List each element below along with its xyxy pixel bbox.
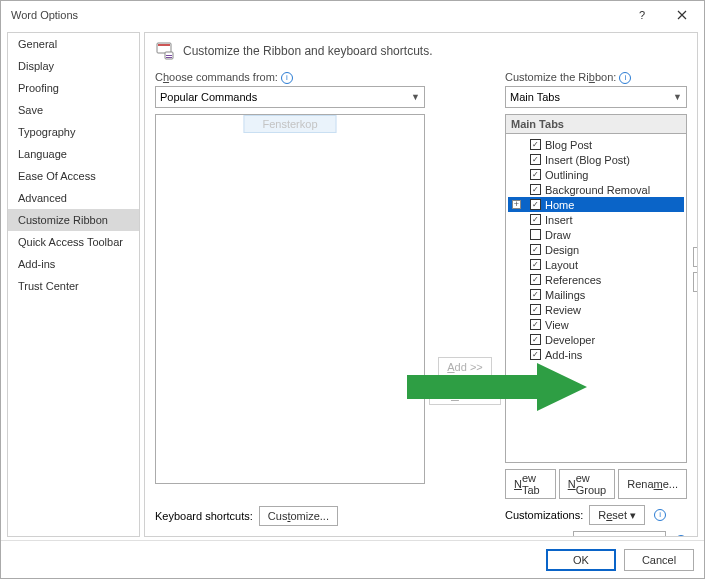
customize-ribbon-combo[interactable]: Main Tabs▼ — [505, 86, 687, 108]
tab-item[interactable]: +✓Home — [508, 197, 684, 212]
tab-item-label: Review — [545, 304, 581, 316]
customize-shortcuts-button[interactable]: Customize... — [259, 506, 338, 526]
tab-item[interactable]: ✓Add-ins — [508, 347, 684, 362]
ghost-hint: Fensterkop — [243, 115, 336, 133]
tab-item-label: Blog Post — [545, 139, 592, 151]
checkbox[interactable]: ✓ — [530, 199, 541, 210]
sidebar-item-proofing[interactable]: Proofing — [8, 77, 139, 99]
tab-item[interactable]: Draw — [508, 227, 684, 242]
dialog-footer: OK Cancel — [1, 540, 704, 578]
chevron-down-icon: ▼ — [411, 92, 420, 102]
info-icon[interactable]: i — [281, 72, 293, 84]
window-title: Word Options — [11, 9, 622, 21]
checkbox[interactable]: ✓ — [530, 139, 541, 150]
tab-item[interactable]: ✓Blog Post — [508, 137, 684, 152]
checkbox[interactable]: ✓ — [530, 244, 541, 255]
sidebar-item-advanced[interactable]: Advanced — [8, 187, 139, 209]
checkbox[interactable]: ✓ — [530, 214, 541, 225]
sidebar-item-customize-ribbon[interactable]: Customize Ribbon — [8, 209, 139, 231]
sidebar-item-add-ins[interactable]: Add-ins — [8, 253, 139, 275]
sidebar-item-display[interactable]: Display — [8, 55, 139, 77]
sidebar-item-typography[interactable]: Typography — [8, 121, 139, 143]
tab-item-label: Layout — [545, 259, 578, 271]
info-icon[interactable]: i — [675, 535, 687, 537]
tab-item[interactable]: ✓Background Removal — [508, 182, 684, 197]
checkbox[interactable]: ✓ — [530, 169, 541, 180]
category-sidebar: GeneralDisplayProofingSaveTypographyLang… — [7, 32, 140, 537]
checkbox[interactable]: ✓ — [530, 274, 541, 285]
keyboard-shortcuts-label: Keyboard shortcuts: — [155, 510, 253, 522]
reset-button[interactable]: Reset ▾ — [589, 505, 645, 525]
ribbon-icon — [155, 41, 175, 61]
move-up-button[interactable]: ▲ — [693, 247, 698, 267]
sidebar-item-quick-access-toolbar[interactable]: Quick Access Toolbar — [8, 231, 139, 253]
tab-item[interactable]: ✓Developer — [508, 332, 684, 347]
checkbox[interactable] — [530, 229, 541, 240]
tab-item-label: Mailings — [545, 289, 585, 301]
chevron-down-icon: ▼ — [673, 92, 682, 102]
info-icon[interactable]: i — [654, 509, 666, 521]
sidebar-item-general[interactable]: General — [8, 33, 139, 55]
help-button[interactable]: ? — [622, 2, 662, 28]
tab-item-label: Insert (Blog Post) — [545, 154, 630, 166]
expand-icon[interactable]: + — [512, 200, 521, 209]
checkbox[interactable]: ✓ — [530, 304, 541, 315]
tab-item-label: Outlining — [545, 169, 588, 181]
word-options-dialog: Word Options ? GeneralDisplayProofingSav… — [0, 0, 705, 579]
tab-item[interactable]: ✓View — [508, 317, 684, 332]
tab-item-label: Draw — [545, 229, 571, 241]
tab-item[interactable]: ✓Insert (Blog Post) — [508, 152, 684, 167]
ok-button[interactable]: OK — [546, 549, 616, 571]
tab-item[interactable]: ✓References — [508, 272, 684, 287]
new-tab-button[interactable]: New Tab — [505, 469, 556, 499]
tab-item-label: Background Removal — [545, 184, 650, 196]
tab-item[interactable]: ✓Layout — [508, 257, 684, 272]
commands-listbox[interactable]: Fensterkop — [155, 114, 425, 484]
customizations-label: Customizations: — [505, 509, 583, 521]
tab-item-label: References — [545, 274, 601, 286]
svg-rect-1 — [158, 44, 170, 46]
tab-item-label: Design — [545, 244, 579, 256]
new-group-button[interactable]: New Group — [559, 469, 616, 499]
reorder-buttons: ▲ ▼ — [693, 247, 698, 292]
tab-item[interactable]: ✓Outlining — [508, 167, 684, 182]
add-button[interactable]: Add >> — [438, 357, 491, 377]
move-down-button[interactable]: ▼ — [693, 272, 698, 292]
checkbox[interactable]: ✓ — [530, 319, 541, 330]
rename-button[interactable]: Rename... — [618, 469, 687, 499]
panel-heading: Customize the Ribbon and keyboard shortc… — [183, 44, 432, 58]
tab-item-label: Developer — [545, 334, 595, 346]
tab-item-label: Home — [545, 199, 574, 211]
tab-item-label: Insert — [545, 214, 573, 226]
tab-item[interactable]: ✓Mailings — [508, 287, 684, 302]
close-button[interactable] — [662, 2, 702, 28]
info-icon[interactable]: i — [619, 72, 631, 84]
customize-ribbon-label: Customize the Ribbon:i — [505, 71, 687, 84]
tab-item-label: View — [545, 319, 569, 331]
sidebar-item-ease-of-access[interactable]: Ease Of Access — [8, 165, 139, 187]
tab-item[interactable]: ✓Insert — [508, 212, 684, 227]
tabs-header: Main Tabs — [505, 114, 687, 133]
choose-commands-combo[interactable]: Popular Commands▼ — [155, 86, 425, 108]
svg-rect-4 — [166, 57, 172, 58]
sidebar-item-language[interactable]: Language — [8, 143, 139, 165]
svg-rect-3 — [166, 55, 172, 56]
checkbox[interactable]: ✓ — [530, 154, 541, 165]
tab-item-label: Add-ins — [545, 349, 582, 361]
remove-button[interactable]: << Remove — [429, 385, 501, 405]
checkbox[interactable]: ✓ — [530, 184, 541, 195]
sidebar-item-save[interactable]: Save — [8, 99, 139, 121]
sidebar-item-trust-center[interactable]: Trust Center — [8, 275, 139, 297]
cancel-button[interactable]: Cancel — [624, 549, 694, 571]
checkbox[interactable]: ✓ — [530, 259, 541, 270]
checkbox[interactable]: ✓ — [530, 289, 541, 300]
import-export-button[interactable]: Import/Export ▾ — [573, 531, 666, 537]
choose-commands-label: Choose commands from:i — [155, 71, 425, 84]
checkbox[interactable]: ✓ — [530, 334, 541, 345]
tabs-tree[interactable]: ✓Blog Post✓Insert (Blog Post)✓Outlining✓… — [505, 133, 687, 463]
tab-item[interactable]: ✓Design — [508, 242, 684, 257]
titlebar: Word Options ? — [1, 1, 704, 29]
main-panel: Customize the Ribbon and keyboard shortc… — [144, 32, 698, 537]
tab-item[interactable]: ✓Review — [508, 302, 684, 317]
checkbox[interactable]: ✓ — [530, 349, 541, 360]
